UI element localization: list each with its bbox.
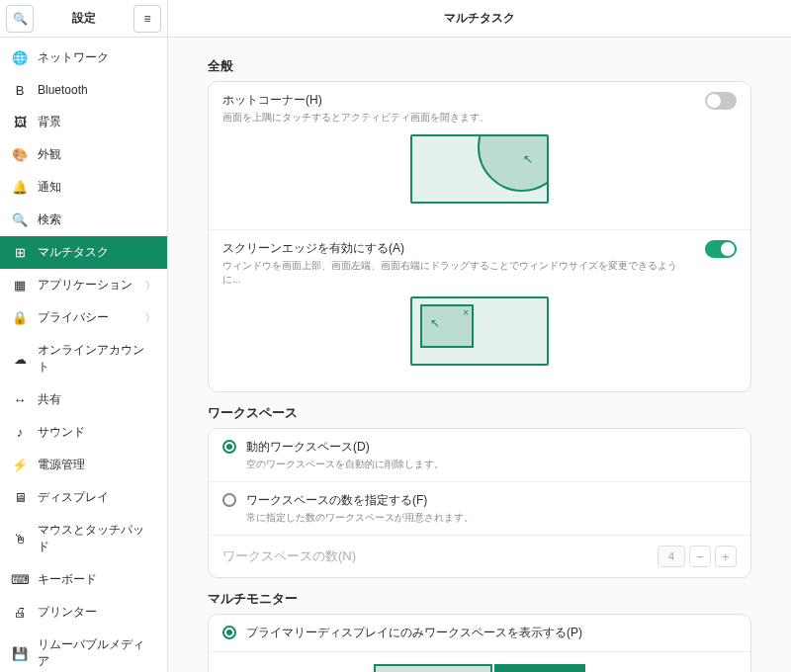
nav-label: Bluetooth [38, 83, 155, 97]
menu-button[interactable]: ≡ [133, 5, 161, 33]
nav-label: マルチタスク [38, 244, 155, 261]
row-workspace-count: ワークスペースの数(N) − + [209, 536, 750, 577]
sidebar-item-7[interactable]: ▦アプリケーション〉 [0, 269, 167, 301]
search-icon: 🔍 [13, 12, 28, 26]
workspace-count-plus: + [715, 546, 737, 567]
sidebar-title: 設定 [40, 10, 128, 27]
sidebar-item-1[interactable]: BBluetooth [0, 74, 167, 106]
sidebar-item-13[interactable]: 🖥ディスプレイ [0, 481, 167, 514]
chevron-right-icon: 〉 [145, 311, 155, 325]
nav-icon: ↔ [12, 392, 28, 408]
primary-illustration [209, 652, 750, 672]
screenedge-toggle[interactable] [705, 240, 737, 258]
row-primary-display[interactable]: プライマリーディスプレイにのみワークスペースを表示する(P) [209, 615, 750, 652]
sidebar-item-14[interactable]: 🖱マウスとタッチパッド [0, 514, 167, 563]
nav-icon: B [12, 82, 28, 98]
nav-label: プリンター [38, 604, 155, 621]
panel-general: ホットコーナー(H) 画面を上隅にタッチするとアクティビティ画面を開きます。 ↖… [208, 81, 751, 392]
hotcorner-toggle[interactable] [705, 92, 737, 110]
nav-icon: ♪ [12, 425, 28, 441]
sidebar: 🔍 設定 ≡ 🌐ネットワークBBluetooth🖼背景🎨外観🔔通知🔍検索⊞マルチ… [0, 0, 168, 672]
fixed-title: ワークスペースの数を指定する(F) [246, 492, 737, 509]
nav-label: 検索 [38, 211, 155, 228]
workspace-count-input [658, 546, 685, 567]
row-screenedge: スクリーンエッジを有効にする(A) ウィンドウを画面上部、画面左端、画面右端にド… [209, 230, 750, 391]
nav-label: 電源管理 [38, 457, 155, 473]
sidebar-header: 🔍 設定 ≡ [0, 0, 167, 38]
hotcorner-sub: 画面を上隅にタッチするとアクティビティ画面を開きます。 [222, 111, 695, 125]
nav-label: マウスとタッチパッド [38, 522, 155, 555]
radio-fixed[interactable] [222, 493, 236, 507]
primary-title: プライマリーディスプレイにのみワークスペースを表示する(P) [246, 625, 737, 641]
nav-label: 背景 [38, 114, 155, 130]
sidebar-item-5[interactable]: 🔍検索 [0, 204, 167, 236]
chevron-right-icon: 〉 [145, 279, 155, 293]
row-fixed-workspaces[interactable]: ワークスペースの数を指定する(F) 常に指定した数のワークスペースが用意されます… [209, 482, 750, 536]
radio-primary[interactable] [222, 626, 236, 639]
hotcorner-illustration: ↖ [410, 134, 549, 204]
nav-icon: 🔍 [12, 212, 28, 228]
main: マルチタスク 全般 ホットコーナー(H) 画面を上隅にタッチするとアクティビティ… [168, 0, 791, 672]
workspace-count-minus: − [689, 546, 711, 567]
hotcorner-title: ホットコーナー(H) [222, 92, 695, 109]
nav-label: 共有 [38, 391, 155, 408]
sidebar-item-2[interactable]: 🖼背景 [0, 106, 167, 138]
nav-label: サウンド [38, 424, 155, 441]
row-hotcorner: ホットコーナー(H) 画面を上隅にタッチするとアクティビティ画面を開きます。 ↖ [209, 82, 750, 230]
section-general: 全般 ホットコーナー(H) 画面を上隅にタッチするとアクティビティ画面を開きます… [208, 57, 751, 392]
sidebar-item-10[interactable]: ↔共有 [0, 383, 167, 416]
fixed-sub: 常に指定した数のワークスペースが用意されます。 [246, 511, 737, 525]
sidebar-item-9[interactable]: ☁オンラインアカウント [0, 334, 167, 383]
nav-label: キーボード [38, 571, 155, 588]
nav-icon: ▦ [12, 278, 28, 294]
sidebar-item-12[interactable]: ⚡電源管理 [0, 449, 167, 481]
nav-icon: ⚡ [12, 458, 28, 473]
section-title-general: 全般 [208, 57, 751, 75]
sidebar-item-4[interactable]: 🔔通知 [0, 171, 167, 204]
screenedge-illustration: ×↖ [410, 296, 549, 366]
nav-label: アプリケーション [38, 277, 135, 294]
nav-icon: 🖱 [12, 531, 28, 546]
menu-icon: ≡ [143, 12, 150, 26]
row-dynamic-workspaces[interactable]: 動的ワークスペース(D) 空のワークスペースを自動的に削除します。 [209, 429, 750, 482]
nav-icon: 🌐 [12, 50, 28, 66]
nav-label: 外観 [38, 146, 155, 163]
sidebar-item-11[interactable]: ♪サウンド [0, 416, 167, 449]
workspace-count-label: ワークスペースの数(N) [222, 547, 356, 565]
nav-icon: 🖼 [12, 115, 28, 130]
radio-dynamic[interactable] [222, 440, 236, 454]
sidebar-item-0[interactable]: 🌐ネットワーク [0, 42, 167, 74]
workspace-count-stepper: − + [658, 546, 737, 567]
section-title-workspaces: ワークスペース [208, 404, 751, 422]
nav-icon: ⌨ [12, 572, 28, 588]
sidebar-item-17[interactable]: 💾リムーバブルメディア [0, 629, 167, 672]
panel-multimonitor: プライマリーディスプレイにのみワークスペースを表示する(P) すべてのディスプレ… [208, 614, 751, 672]
screenedge-sub: ウィンドウを画面上部、画面左端、画面右端にドラッグすることでウィンドウサイズを変… [222, 259, 695, 287]
section-title-multimonitor: マルチモニター [208, 590, 751, 608]
nav-icon: 🔔 [12, 180, 28, 196]
nav-label: ディスプレイ [38, 489, 155, 506]
nav-label: 通知 [38, 179, 155, 196]
dynamic-sub: 空のワークスペースを自動的に削除します。 [246, 458, 737, 471]
nav-icon: 🖨 [12, 605, 28, 621]
nav-label: オンラインアカウント [38, 342, 155, 376]
sidebar-nav: 🌐ネットワークBBluetooth🖼背景🎨外観🔔通知🔍検索⊞マルチタスク▦アプリ… [0, 38, 167, 672]
nav-icon: ⊞ [12, 245, 28, 261]
nav-label: リムーバブルメディア [38, 636, 155, 670]
nav-icon: 🔒 [12, 310, 28, 326]
section-multimonitor: マルチモニター プライマリーディスプレイにのみワークスペースを表示する(P) す… [208, 590, 751, 672]
nav-icon: 🖥 [12, 490, 28, 506]
dynamic-title: 動的ワークスペース(D) [246, 439, 737, 456]
nav-icon: 🎨 [12, 147, 28, 163]
section-workspaces: ワークスペース 動的ワークスペース(D) 空のワークスペースを自動的に削除します… [208, 404, 751, 578]
page-title: マルチタスク [168, 0, 791, 38]
sidebar-item-15[interactable]: ⌨キーボード [0, 563, 167, 596]
sidebar-item-8[interactable]: 🔒プライバシー〉 [0, 301, 167, 334]
sidebar-item-3[interactable]: 🎨外観 [0, 138, 167, 171]
screenedge-title: スクリーンエッジを有効にする(A) [222, 240, 695, 257]
nav-icon: 💾 [12, 645, 28, 661]
sidebar-item-16[interactable]: 🖨プリンター [0, 596, 167, 629]
sidebar-item-6[interactable]: ⊞マルチタスク [0, 236, 167, 269]
search-button[interactable]: 🔍 [6, 5, 34, 33]
nav-icon: ☁ [12, 351, 28, 367]
